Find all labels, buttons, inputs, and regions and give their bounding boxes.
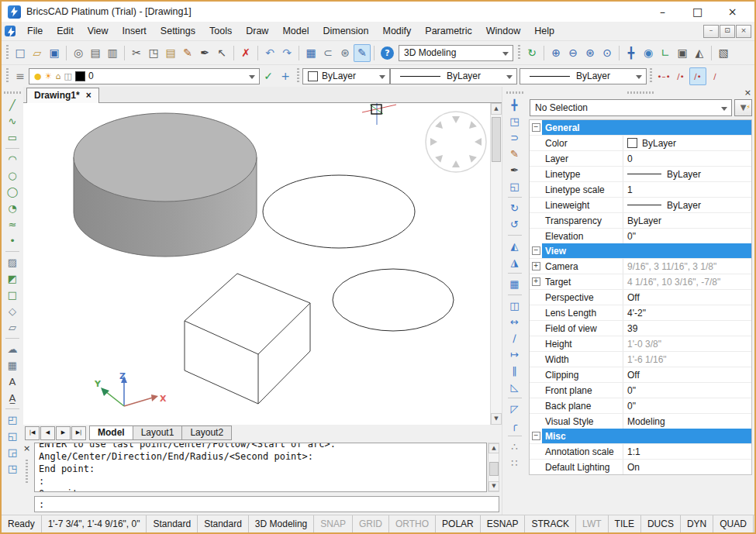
layout-tab[interactable]: Model [89, 425, 133, 440]
divide-icon[interactable]: ∴ [506, 439, 523, 455]
region-icon[interactable]: ◇ [4, 303, 21, 319]
scroll-up-icon[interactable]: ▲ [491, 103, 502, 115]
entity-snap-icon-3[interactable]: ∕∙ [689, 67, 706, 85]
property-value[interactable]: On [623, 462, 751, 473]
select-icon[interactable]: ↖ [213, 44, 230, 62]
move-icon[interactable]: ╋ [506, 97, 523, 113]
workspace-combo[interactable]: 3D Modeling [399, 45, 513, 61]
open-drawing-icon[interactable]: ▱ [29, 44, 46, 62]
expand-icon[interactable]: + [532, 277, 540, 286]
point-icon[interactable]: • [4, 233, 21, 249]
menu-item[interactable]: File [20, 23, 50, 39]
redo-icon[interactable]: ↷ [278, 44, 295, 62]
wipeout-icon[interactable]: ▱ [4, 319, 21, 336]
status-toggle[interactable]: QUAD [713, 515, 754, 532]
new-drawing-icon[interactable]: □ [12, 44, 29, 62]
xref-icon[interactable]: ◱ [4, 428, 21, 444]
last-layout-button[interactable]: ▶| [71, 426, 86, 440]
toolbar-grip[interactable] [6, 68, 9, 84]
close-icon[interactable]: × [23, 443, 30, 453]
status-toggle[interactable]: DUCS [641, 515, 681, 532]
first-layout-button[interactable]: |◀ [25, 426, 40, 440]
property-row[interactable]: Layer 0 [530, 150, 751, 166]
expand-icon[interactable]: + [532, 262, 540, 270]
property-value[interactable]: 1'-0 3/8" [623, 339, 751, 350]
ellipse-entity[interactable] [333, 269, 454, 331]
print-preview-icon[interactable]: ◎ [70, 44, 87, 62]
command-history[interactable]: ENTER to use last point/Center/Follow/<S… [34, 443, 487, 492]
named-views-icon[interactable]: ▣ [674, 44, 691, 62]
property-row[interactable]: Linetype scale 1 [530, 181, 751, 197]
scale-icon[interactable]: ◱ [506, 178, 523, 195]
property-row[interactable]: Perspective Off [530, 289, 751, 305]
box-solid-icon[interactable]: ▧ [715, 44, 732, 62]
toolbar-grip[interactable] [4, 91, 21, 94]
stretch-icon[interactable]: ↔ [506, 314, 523, 330]
property-value[interactable]: 9/16", 3 11/16", 3 1/8" [623, 261, 751, 272]
ellipse-icon[interactable]: ◯ [4, 184, 21, 200]
publish-icon[interactable]: ▥ [104, 44, 121, 62]
trim-icon[interactable]: ∕ [506, 330, 523, 346]
scroll-down-icon[interactable]: ▼ [488, 481, 499, 491]
mdi-restore-button[interactable]: ⊡ [720, 25, 735, 38]
workspace-field[interactable]: 3D Modeling [249, 515, 314, 532]
status-toggle[interactable]: ESNAP [481, 515, 526, 532]
spline-icon[interactable]: ≈ [4, 216, 21, 233]
taper-icon[interactable]: ◺ [506, 379, 523, 395]
entity-snap-icon-1[interactable]: ∙–∙ [655, 67, 672, 85]
property-filter-button[interactable]: ▼ ⚡ [734, 99, 752, 116]
chamfer-icon[interactable]: ◸ [506, 401, 523, 417]
toolbar-grip[interactable] [650, 68, 652, 84]
rotate-icon[interactable]: ↻ [506, 200, 523, 216]
match-properties-icon[interactable]: ✎ [506, 146, 523, 162]
status-toggle[interactable]: STRACK [525, 515, 576, 532]
property-value[interactable]: ByLayer [623, 215, 751, 226]
toolbar-grip[interactable] [297, 68, 299, 84]
property-value[interactable]: 4 1/16", 10 3/16", -7/8" [623, 277, 751, 288]
wireframe-box[interactable] [185, 274, 310, 404]
attachments-icon[interactable]: ⊂ [319, 44, 337, 62]
circle-icon[interactable]: ○ [4, 167, 21, 184]
ucs-toolbar-icon[interactable]: ∟ [657, 44, 674, 62]
menu-item[interactable]: Insert [116, 23, 154, 39]
entity-snap-icon-4[interactable]: ∕ [706, 67, 723, 85]
close-button[interactable]: × [715, 5, 750, 18]
status-toggle[interactable]: TILE [609, 515, 641, 532]
measure-icon[interactable]: ∷ [506, 455, 523, 471]
scrollbar-thumb[interactable] [492, 117, 501, 162]
status-toggle[interactable]: SNAP [314, 515, 353, 532]
rectangle-icon[interactable]: ▭ [4, 129, 21, 146]
layers-manager-icon[interactable]: ≡ [12, 67, 29, 85]
property-row[interactable]: Height 1'-0 3/8" [530, 336, 751, 351]
color-picker-icon[interactable]: ✒ [196, 44, 213, 62]
prev-layout-button[interactable]: ◀ [40, 426, 55, 440]
property-row[interactable]: Default Lighting On [530, 459, 751, 474]
status-toggle[interactable]: POLAR [436, 515, 481, 532]
match-properties-icon[interactable]: ✎ [179, 44, 196, 62]
new-layer-icon[interactable]: + [277, 67, 294, 85]
toolbar-grip[interactable] [6, 45, 9, 60]
property-row[interactable]: Visual Style Modeling [530, 413, 751, 429]
status-toggle[interactable]: GRID [353, 515, 389, 532]
break-icon[interactable]: ‖ [506, 363, 523, 379]
property-row[interactable]: + Camera 9/16", 3 11/16", 3 1/8" [530, 258, 751, 274]
property-row[interactable]: Field of view 39 [530, 320, 751, 336]
close-tab-icon[interactable]: × [86, 90, 91, 101]
property-row[interactable]: Front plane 0" [530, 382, 751, 398]
mdi-minimize-button[interactable]: – [703, 25, 719, 38]
panel-grip[interactable] [627, 91, 654, 94]
property-value[interactable]: 0 [623, 153, 751, 164]
layer-combo[interactable]: ● ☀ ⌂ ◫ 0 [29, 68, 260, 84]
layer-states-icon[interactable]: ✓ [260, 67, 277, 85]
fillet-icon[interactable]: ╭ [506, 417, 523, 433]
image-attach-icon[interactable]: ◲ [4, 444, 21, 460]
delete-icon[interactable]: ✗ [237, 44, 254, 62]
mdi-close-button[interactable]: × [736, 25, 751, 38]
property-value[interactable]: ByLayer [623, 169, 751, 180]
property-value[interactable]: 0" [623, 231, 751, 242]
menu-item[interactable]: Tools [202, 23, 239, 39]
property-section-header[interactable]: − View [530, 243, 751, 258]
arc-icon[interactable]: ◠ [4, 151, 21, 167]
cylinder-solid[interactable] [74, 113, 257, 257]
collapse-icon[interactable]: − [532, 246, 540, 255]
